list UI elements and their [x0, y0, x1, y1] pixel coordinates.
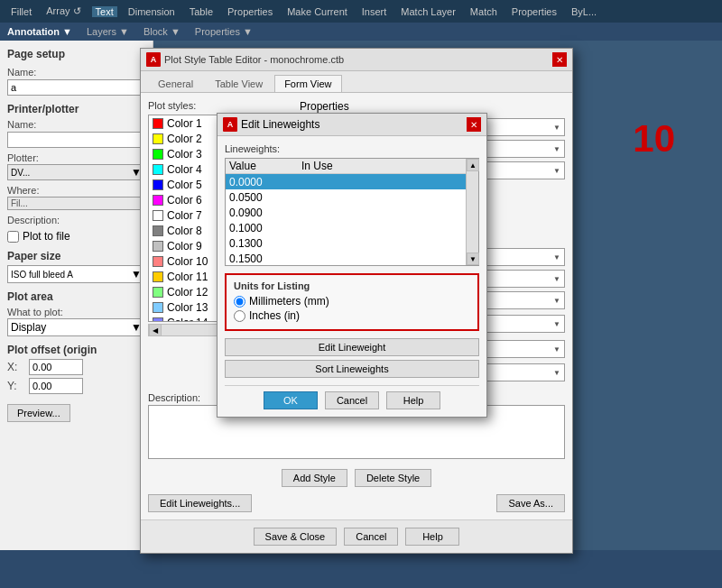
color-swatch-3	[153, 149, 163, 160]
lw-list-container: Value In Use 0.0000 0.0500 0.0900	[225, 158, 479, 266]
delete-style-button[interactable]: Delete Style	[355, 469, 431, 487]
edit-lineweights-button[interactable]: Edit Lineweights...	[148, 494, 252, 512]
save-as-button[interactable]: Save As...	[496, 494, 565, 512]
properties-btn[interactable]: Properties	[224, 6, 276, 17]
lw-titlebar: A Edit Lineweights ✕	[218, 114, 486, 136]
plot-style-titlebar: A Plot Style Table Editor - monochrome.c…	[141, 49, 572, 71]
mm-radio[interactable]	[234, 296, 245, 308]
color-swatch-6	[153, 195, 163, 206]
mm-radio-row: Millimeters (mm)	[234, 295, 470, 308]
lw-row[interactable]: 0.1500	[226, 251, 466, 265]
color-arrow: ▼	[553, 124, 560, 132]
list-item-label-11: Color 11	[167, 271, 208, 283]
lw-scroll-down[interactable]: ▼	[467, 253, 479, 265]
inch-label: Inches (in)	[249, 309, 300, 322]
nav-block[interactable]: Block ▼	[143, 26, 180, 37]
lw-row[interactable]: 0.0500	[226, 189, 466, 205]
lineweights-dialog: A Edit Lineweights ✕ Lineweights: Value …	[217, 113, 487, 418]
list-item-label-7: Color 7	[167, 209, 202, 222]
list-item-label-14: Color 14	[167, 317, 208, 323]
inch-radio[interactable]	[234, 310, 245, 322]
match-btn[interactable]: Match	[467, 6, 501, 17]
plot-styles-label: Plot styles:	[148, 100, 292, 111]
help-button[interactable]: Help	[405, 528, 459, 546]
style-action-buttons: Add Style Delete Style	[141, 465, 572, 491]
lw-close-button[interactable]: ✕	[467, 117, 481, 132]
lw-row[interactable]: 0.0000	[226, 174, 466, 189]
dialog-overlay: A Plot Style Table Editor - monochrome.c…	[0, 41, 722, 550]
adaptive-arrow: ▼	[553, 275, 560, 283]
lw-header: Value In Use	[226, 159, 466, 174]
make-current-btn[interactable]: Make Current	[283, 6, 351, 17]
color-swatch-10	[153, 256, 163, 267]
list-item-label-9: Color 9	[167, 240, 202, 253]
insert-btn[interactable]: Insert	[358, 6, 391, 17]
byl-btn[interactable]: ByL...	[568, 6, 600, 17]
table-btn[interactable]: Table	[186, 6, 217, 17]
lw-value-5: 0.1500	[229, 253, 301, 265]
sort-lineweights-button[interactable]: Sort Lineweights	[225, 360, 479, 378]
lw-row[interactable]: 0.1000	[226, 220, 466, 235]
lw-scroll-up[interactable]: ▲	[467, 159, 479, 171]
lw-value-2: 0.0900	[229, 207, 301, 219]
tab-general[interactable]: General	[148, 75, 203, 92]
lw-scrollbar[interactable]: ▲ ▼	[466, 159, 478, 265]
color-swatch-5	[153, 179, 163, 190]
lw-row[interactable]: 0.1300	[226, 235, 466, 251]
color-swatch-4	[153, 164, 163, 175]
text-btn[interactable]: Text	[92, 6, 117, 17]
dimension-btn[interactable]: Dimension	[125, 6, 179, 17]
save-close-button[interactable]: Save & Close	[254, 528, 338, 546]
top-bar: Fillet Array ↺ Text Dimension Table Prop…	[0, 0, 722, 23]
nav-layers[interactable]: Layers ▼	[87, 26, 129, 37]
nav-annotation[interactable]: Annotation ▼	[7, 26, 72, 37]
nav-properties[interactable]: Properties ▼	[195, 26, 253, 37]
lw-cancel-button[interactable]: Cancel	[325, 391, 379, 409]
lw-help-button[interactable]: Help	[386, 391, 440, 409]
properties2-btn[interactable]: Properties	[508, 6, 560, 17]
linetype-arrow: ▼	[553, 253, 560, 262]
color-swatch-13	[153, 302, 163, 313]
lineweight-arrow: ▼	[553, 297, 560, 305]
mm-label: Millimeters (mm)	[249, 295, 329, 308]
list-item-label-13: Color 13	[167, 301, 208, 314]
add-style-button[interactable]: Add Style	[282, 469, 347, 487]
lw-autocad-icon: A	[223, 117, 237, 132]
lw-title-left: A Edit Lineweights	[223, 117, 319, 132]
list-item-label-5: Color 5	[167, 179, 202, 191]
match-layer-btn[interactable]: Match Layer	[397, 6, 459, 17]
cancel-button[interactable]: Cancel	[344, 528, 398, 546]
lw-value-1: 0.0500	[229, 191, 301, 204]
color-swatch-1	[153, 118, 163, 129]
fillet-btn[interactable]: Fillet	[7, 6, 35, 17]
lw-ok-button[interactable]: OK	[264, 391, 318, 409]
linend-arrow: ▼	[553, 320, 560, 328]
work-area: Page setup Name: Printer/plotter Name: P…	[0, 41, 722, 550]
fill-arrow: ▼	[553, 369, 560, 377]
lw-footer: OK Cancel Help	[225, 385, 479, 409]
color-swatch-11	[153, 271, 163, 282]
color-swatch-7	[153, 210, 163, 221]
list-item-label-6: Color 6	[167, 194, 202, 207]
lw-list[interactable]: Value In Use 0.0000 0.0500 0.0900	[226, 159, 466, 265]
lw-row[interactable]: 0.0900	[226, 205, 466, 220]
scroll-left[interactable]: ◀	[149, 324, 162, 336]
lw-body: Lineweights: Value In Use 0.0000 0	[218, 136, 486, 417]
lw-scroll-track[interactable]	[467, 171, 478, 253]
color-swatch-9	[153, 241, 163, 252]
color-swatch-12	[153, 287, 163, 298]
list-item-label-12: Color 12	[167, 286, 208, 299]
plot-style-close[interactable]: ✕	[552, 52, 567, 67]
units-section: Units for Listing Millimeters (mm) Inche…	[225, 273, 479, 331]
list-item-label-2: Color 2	[167, 133, 202, 145]
lw-title: Edit Lineweights	[241, 118, 319, 131]
units-title: Units for Listing	[234, 280, 470, 291]
color-swatch-2	[153, 133, 163, 144]
lineweight-buttons: Edit Lineweights... Save As...	[141, 491, 572, 519]
tab-table-view[interactable]: Table View	[205, 75, 273, 92]
array-btn[interactable]: Array ↺	[42, 5, 84, 17]
edit-lineweight-button[interactable]: Edit Lineweight	[225, 338, 479, 356]
lw-value-4: 0.1300	[229, 237, 301, 250]
list-item-label-3: Color 3	[167, 148, 202, 161]
tab-form-view[interactable]: Form View	[274, 75, 341, 92]
